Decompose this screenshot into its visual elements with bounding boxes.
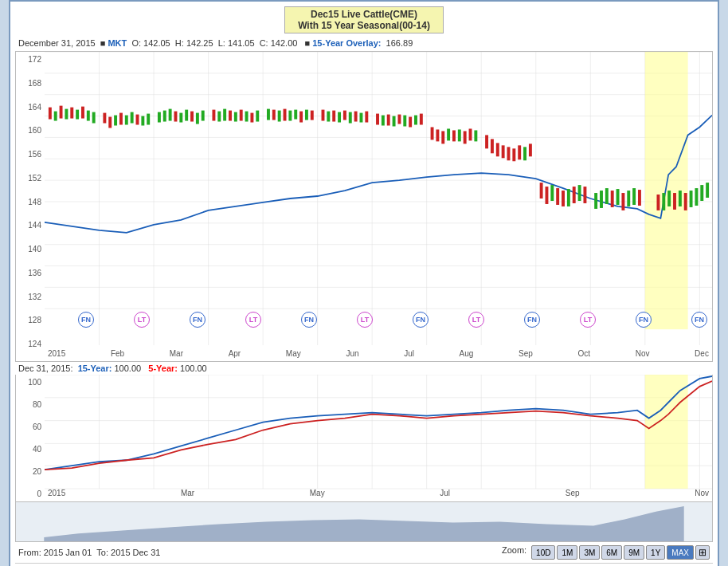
svg-rect-71 — [327, 112, 330, 122]
svg-rect-116 — [600, 191, 603, 208]
zoom-1m[interactable]: 1M — [557, 545, 577, 560]
svg-rect-87 — [420, 114, 423, 125]
lt-badge-2[interactable]: LT — [245, 312, 261, 328]
fn-badge-5[interactable]: FN — [524, 312, 540, 328]
svg-rect-63 — [278, 111, 281, 122]
svg-rect-74 — [343, 111, 346, 120]
yr5-label: 5-Year: — [148, 364, 178, 373]
fn-badge-6[interactable]: FN — [636, 312, 652, 328]
seasonal-chart: 100806040200 — [15, 375, 713, 502]
svg-rect-75 — [349, 112, 352, 124]
svg-rect-61 — [267, 109, 270, 120]
mini-area — [44, 506, 683, 541]
fn-badge-7[interactable]: FN — [691, 312, 707, 328]
zoom-3m[interactable]: 3M — [579, 545, 600, 560]
svg-rect-25 — [49, 108, 52, 120]
svg-rect-119 — [616, 189, 620, 205]
svg-rect-85 — [409, 117, 412, 128]
chart-container: Dec15 Live Cattle(CME) With 15 Year Seas… — [9, 0, 719, 566]
yr15-label: 15-Year: — [78, 364, 112, 373]
zoom-max[interactable]: MAX — [667, 545, 694, 560]
svg-rect-35 — [108, 117, 112, 128]
zoom-custom[interactable]: ⊞ — [695, 545, 710, 560]
svg-rect-95 — [469, 128, 472, 140]
fn-badge-1[interactable]: FN — [78, 312, 94, 328]
svg-rect-64 — [284, 109, 287, 121]
seasonal-15yr-line — [45, 376, 712, 470]
svg-rect-152 — [645, 375, 688, 489]
svg-rect-91 — [447, 128, 450, 140]
chart-title-wrap: Dec15 Live Cattle(CME) With 15 Year Seas… — [15, 6, 713, 33]
seasonal-inner — [45, 375, 712, 489]
lt-badge-1[interactable]: LT — [134, 312, 150, 328]
mkt-label: MKT — [108, 38, 127, 48]
yr15-value: 100.00 — [115, 364, 142, 373]
svg-rect-26 — [54, 112, 57, 121]
svg-rect-103 — [518, 145, 521, 159]
svg-rect-86 — [414, 116, 417, 125]
overlay-line — [45, 116, 712, 233]
svg-rect-90 — [441, 131, 444, 143]
svg-rect-93 — [458, 129, 461, 141]
svg-rect-124 — [656, 195, 660, 210]
svg-rect-84 — [403, 116, 406, 127]
y-axis-main: 172168164160 156152148144 14013613212812… — [16, 52, 45, 361]
svg-rect-58 — [245, 112, 249, 122]
svg-rect-112 — [573, 187, 576, 203]
x-axis-main: 2015FebMarApr MayJunJulAug SepOctNovDec — [45, 345, 712, 361]
svg-rect-106 — [540, 183, 543, 198]
svg-rect-101 — [507, 147, 511, 160]
svg-rect-108 — [550, 185, 554, 201]
svg-rect-66 — [294, 110, 297, 120]
svg-rect-99 — [496, 143, 499, 156]
svg-rect-96 — [474, 130, 477, 141]
svg-rect-69 — [311, 111, 314, 120]
svg-rect-72 — [332, 111, 335, 122]
fn-badge-3[interactable]: FN — [301, 312, 317, 328]
lt-badge-5[interactable]: LT — [580, 312, 596, 328]
lt-badge-3[interactable]: LT — [357, 312, 373, 328]
candles-jan — [49, 106, 96, 124]
svg-rect-88 — [431, 127, 434, 140]
svg-rect-107 — [546, 187, 549, 204]
zoom-10d[interactable]: 10D — [531, 545, 555, 560]
fn-badge-4[interactable]: FN — [413, 312, 429, 328]
to-label: To: — [96, 548, 108, 557]
low-value: L: 141.05 — [218, 38, 255, 48]
svg-rect-68 — [305, 110, 308, 120]
svg-rect-46 — [174, 112, 178, 122]
svg-rect-59 — [250, 113, 253, 123]
svg-rect-104 — [523, 147, 526, 160]
zoom-9m[interactable]: 9M — [624, 545, 644, 560]
svg-rect-44 — [163, 111, 166, 122]
svg-rect-110 — [562, 191, 565, 206]
from-date: 2015 Jan 01 — [44, 548, 92, 557]
title-line1: Dec15 Live Cattle(CME) — [311, 9, 417, 20]
zoom-1y[interactable]: 1Y — [646, 545, 665, 560]
svg-rect-114 — [583, 187, 586, 203]
svg-rect-29 — [70, 108, 73, 119]
svg-rect-115 — [594, 193, 597, 209]
zoom-6m[interactable]: 6M — [601, 545, 622, 560]
svg-rect-31 — [81, 107, 84, 119]
main-price-chart: 172168164160 156152148144 14013613212812… — [15, 51, 713, 362]
svg-rect-50 — [196, 113, 199, 124]
svg-rect-133 — [706, 183, 709, 198]
svg-rect-79 — [376, 114, 379, 125]
svg-rect-105 — [529, 143, 532, 156]
high-value: H: 142.25 — [175, 38, 213, 48]
svg-rect-81 — [387, 115, 390, 126]
svg-rect-113 — [578, 185, 581, 201]
chart-title: Dec15 Live Cattle(CME) With 15 Year Seas… — [284, 6, 444, 33]
svg-rect-94 — [464, 131, 467, 143]
svg-rect-40 — [136, 115, 139, 125]
fn-badge-2[interactable]: FN — [190, 312, 205, 328]
svg-rect-78 — [365, 112, 368, 123]
svg-rect-121 — [627, 191, 630, 206]
svg-rect-45 — [169, 109, 172, 121]
svg-rect-43 — [158, 112, 161, 123]
x-axis-seasonal: 2015MarMayJulSepNov — [45, 489, 712, 501]
svg-rect-37 — [119, 113, 123, 125]
svg-rect-48 — [185, 110, 188, 121]
lt-badge-4[interactable]: LT — [468, 312, 484, 328]
